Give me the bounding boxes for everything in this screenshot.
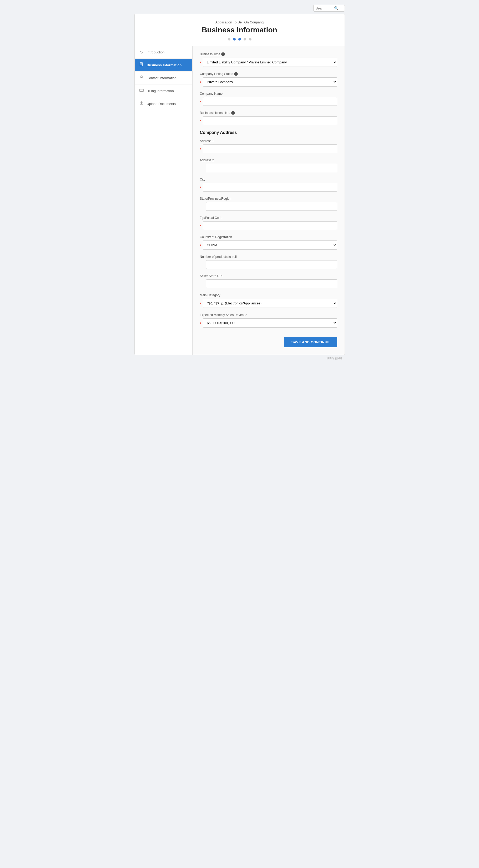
country-of-registration-label: Country of Registration: [200, 235, 337, 239]
search-icon: 🔍: [334, 6, 339, 10]
main-category-label: Main Category: [200, 293, 337, 297]
search-input[interactable]: [316, 6, 334, 10]
address1-label: Address 1: [200, 139, 337, 143]
sidebar-label-billing: Billing Information: [147, 89, 174, 93]
header-section: Application To Sell On Coupang Business …: [135, 14, 345, 46]
expected-monthly-sales-row: • $50,000-$100,000 Under $10,000 $10,000…: [200, 318, 337, 328]
business-type-row: • Limited Liability Company / Private Li…: [200, 58, 337, 67]
business-type-group: Business Type i • Limited Liability Comp…: [200, 52, 337, 67]
contact-icon: [139, 75, 144, 81]
company-listing-status-select[interactable]: Private Company Public Company: [203, 78, 337, 87]
progress-dots: [140, 38, 339, 40]
company-listing-status-group: Company Listing Status i • Private Compa…: [200, 72, 337, 87]
required-dot-8: •: [200, 243, 201, 247]
city-label: City: [200, 178, 337, 181]
progress-dot-5: [249, 38, 252, 40]
sidebar: ▷ Introduction Business Information: [135, 46, 193, 355]
business-license-group: Business License No. i •: [200, 111, 337, 125]
business-license-input[interactable]: [203, 116, 337, 125]
address1-row: •: [200, 145, 337, 153]
address2-row: [200, 164, 337, 172]
city-group: City •: [200, 178, 337, 191]
business-type-label: Business Type i: [200, 52, 337, 56]
svg-rect-5: [140, 89, 143, 92]
business-license-label: Business License No. i: [200, 111, 337, 115]
svg-point-4: [141, 76, 142, 78]
company-listing-status-label: Company Listing Status i: [200, 72, 337, 76]
sidebar-label-contact: Contact Information: [147, 76, 177, 80]
state-province-input[interactable]: [206, 202, 337, 211]
sidebar-item-billing-information[interactable]: Billing Information: [135, 85, 192, 97]
form-area: Business Type i • Limited Liability Comp…: [193, 46, 345, 355]
search-box[interactable]: 🔍: [313, 5, 345, 11]
country-of-registration-group: Country of Registration • CHINA USA KORE…: [200, 235, 337, 250]
main-card: Application To Sell On Coupang Business …: [134, 14, 345, 355]
required-dot-6: •: [200, 185, 201, 189]
company-name-group: Company Name •: [200, 92, 337, 106]
zip-code-input[interactable]: [203, 221, 337, 230]
company-address-title: Company Address: [200, 130, 337, 135]
company-listing-info-icon[interactable]: i: [234, 72, 238, 76]
sidebar-item-business-information[interactable]: Business Information: [135, 59, 192, 71]
company-name-row: •: [200, 97, 337, 106]
app-title: Business Information: [140, 26, 339, 34]
save-btn-row: SAVE AND CONTINUE: [200, 333, 337, 348]
main-category-group: Main Category • 가전디지털 (Electronics/Appli…: [200, 293, 337, 308]
required-dot-2: •: [200, 80, 201, 84]
sidebar-item-introduction[interactable]: ▷ Introduction: [135, 46, 192, 59]
play-icon: ▷: [139, 50, 144, 55]
sidebar-item-upload-documents[interactable]: Upload Documents: [135, 97, 192, 110]
address2-label: Address 2: [200, 158, 337, 162]
number-of-products-group: Number of products to sell: [200, 255, 337, 269]
content-area: ▷ Introduction Business Information: [135, 46, 345, 355]
state-province-group: State/Province/Region: [200, 197, 337, 211]
sidebar-label-business: Business Information: [147, 63, 182, 67]
seller-store-url-label: Seller Store URL: [200, 274, 337, 278]
sidebar-label-introduction: Introduction: [147, 50, 165, 54]
country-of-registration-row: • CHINA USA KOREA JAPAN OTHER: [200, 241, 337, 250]
required-dot-10: •: [200, 321, 201, 325]
seller-store-url-input[interactable]: [206, 279, 337, 288]
progress-dot-4: [244, 38, 246, 40]
required-dot-7: •: [200, 224, 201, 228]
required-dot-4: •: [200, 119, 201, 123]
expected-monthly-sales-select[interactable]: $50,000-$100,000 Under $10,000 $10,000-$…: [203, 318, 337, 328]
company-name-input[interactable]: [203, 97, 337, 106]
company-name-label: Company Name: [200, 92, 337, 95]
city-row: •: [200, 183, 337, 191]
sidebar-item-contact-information[interactable]: Contact Information: [135, 71, 192, 85]
expected-monthly-sales-label: Expected Monthly Sales Revenue: [200, 313, 337, 317]
business-license-info-icon[interactable]: i: [231, 111, 235, 115]
number-of-products-row: [200, 260, 337, 269]
top-bar: 🔍: [134, 3, 345, 14]
required-dot-5: •: [200, 147, 201, 151]
address2-group: Address 2: [200, 158, 337, 172]
save-and-continue-button[interactable]: SAVE AND CONTINUE: [284, 337, 337, 347]
required-dot: •: [200, 60, 201, 64]
seller-store-url-row: [200, 279, 337, 288]
business-license-row: •: [200, 116, 337, 125]
address1-group: Address 1 •: [200, 139, 337, 153]
business-type-select[interactable]: Limited Liability Company / Private Limi…: [203, 58, 337, 67]
required-dot-9: •: [200, 301, 201, 306]
country-of-registration-select[interactable]: CHINA USA KOREA JAPAN OTHER: [203, 241, 337, 250]
seller-store-url-group: Seller Store URL: [200, 274, 337, 288]
sidebar-label-upload: Upload Documents: [147, 102, 176, 106]
watermark: 搜狐号@阿迁: [134, 355, 345, 362]
page-wrapper: 🔍 Application To Sell On Coupang Busines…: [132, 0, 348, 364]
business-type-info-icon[interactable]: i: [221, 52, 225, 56]
address2-input[interactable]: [206, 164, 337, 172]
document-icon: [139, 62, 144, 68]
city-input[interactable]: [203, 183, 337, 191]
main-category-select[interactable]: 가전디지털 (Electronics/Appliances) Fashion F…: [203, 299, 337, 308]
upload-icon: [139, 101, 144, 106]
zip-code-row: •: [200, 221, 337, 230]
state-province-label: State/Province/Region: [200, 197, 337, 200]
company-listing-status-row: • Private Company Public Company: [200, 78, 337, 87]
progress-dot-3: [238, 38, 241, 40]
billing-icon: [139, 88, 144, 93]
address1-input[interactable]: [203, 145, 337, 153]
number-of-products-input[interactable]: [206, 260, 337, 269]
expected-monthly-sales-group: Expected Monthly Sales Revenue • $50,000…: [200, 313, 337, 328]
progress-dot-2: [233, 38, 236, 40]
